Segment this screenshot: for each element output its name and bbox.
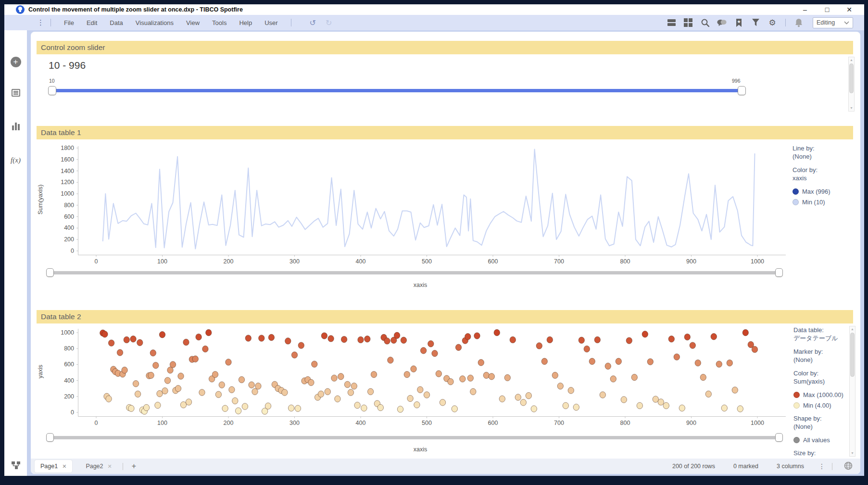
scroll-down-icon[interactable]: ▼ (850, 450, 855, 456)
row-count-status[interactable]: 200 of 200 rows (672, 463, 715, 470)
scroll-down-icon[interactable]: ▼ (849, 105, 854, 111)
chart1-zoom-slider-left-handle[interactable] (46, 268, 54, 277)
scrollbar-thumb[interactable] (849, 63, 854, 93)
menu-data[interactable]: Data (103, 19, 129, 26)
calculations-button[interactable]: f(x) (4, 156, 27, 164)
min-color-swatch (793, 402, 800, 409)
svg-text:600: 600 (64, 361, 74, 368)
data-table-icon (12, 89, 20, 97)
filter-icon[interactable] (751, 18, 760, 27)
panel-title-control-zoom-slider[interactable]: Control zoom slider (37, 41, 853, 54)
line-chart-legend: Line by: (None) Color by: xaxis Max (996… (793, 144, 830, 206)
chart2-zoom-slider-track[interactable] (52, 436, 779, 439)
menu-help[interactable]: Help (233, 19, 258, 26)
page-tab-2[interactable]: Page2 ✕ (80, 460, 117, 473)
scroll-up-icon[interactable]: ▲ (850, 326, 855, 332)
control-slider-left-handle[interactable] (48, 86, 56, 95)
search-icon[interactable] (700, 18, 710, 27)
min-color-swatch (793, 199, 799, 205)
scatter-x-axis-title[interactable]: xaxis (391, 446, 449, 453)
undo-icon[interactable]: ↺ (310, 18, 316, 27)
chart2-zoom-slider-right-handle[interactable] (775, 433, 783, 442)
data-panel-button[interactable] (4, 89, 27, 97)
line-chart-svg[interactable]: 0200400600800100012001400160018000100200… (43, 142, 793, 268)
legend-line-by-label: Line by: (793, 144, 830, 152)
legend-color-by-value[interactable]: Sum(yaxis) (793, 377, 843, 386)
control-slider-right-handle[interactable] (738, 86, 746, 95)
menu-edit[interactable]: Edit (80, 19, 103, 26)
slider-min-label: 10 (49, 78, 55, 84)
svg-text:1800: 1800 (61, 145, 74, 151)
legend-color-by-value[interactable]: xaxis (793, 174, 830, 182)
minimize-icon[interactable]: – (794, 4, 816, 15)
menu-view[interactable]: View (180, 19, 206, 26)
scrollbar-thumb[interactable] (850, 333, 855, 377)
globe-icon[interactable] (844, 461, 853, 472)
legend-marker-by-value[interactable]: (None) (793, 356, 843, 364)
tiles-layout-icon[interactable] (683, 18, 693, 27)
max-color-swatch (793, 392, 800, 398)
legend-size-by-label: Size by: (793, 449, 843, 457)
line-chart-y-axis-title[interactable]: Sum(yaxis) (37, 171, 44, 228)
statusbar-divider (832, 463, 832, 470)
redo-icon[interactable]: ↻ (326, 18, 332, 27)
bell-icon[interactable] (794, 18, 804, 27)
rows-layout-icon[interactable] (667, 18, 676, 27)
legend-shape-by-label: Shape by: (793, 414, 843, 423)
app-window: Control the movement of multiple zoom sl… (4, 4, 864, 476)
scroll-up-icon[interactable]: ▲ (849, 57, 854, 63)
legend-max-item[interactable]: Max (996) (793, 187, 830, 196)
svg-text:300: 300 (289, 258, 300, 265)
marked-count-status[interactable]: 0 marked (733, 463, 758, 470)
kebab-menu-icon[interactable]: ⋮ (37, 18, 44, 27)
legend-max-item[interactable]: Max (1000.00) (793, 391, 843, 399)
window-title: Control the movement of multiple zoom sl… (28, 6, 243, 13)
close-tab-icon[interactable]: ✕ (62, 463, 66, 470)
add-page-icon[interactable]: + (132, 462, 136, 471)
close-icon[interactable]: ✕ (838, 4, 860, 15)
mode-dropdown[interactable]: Editing (813, 17, 853, 28)
svg-text:1000: 1000 (61, 190, 74, 197)
panel1-vertical-scrollbar[interactable]: ▲ ▼ (848, 57, 855, 112)
legend-all-values-item[interactable]: All values (793, 436, 843, 444)
line-chart-x-axis-title[interactable]: xaxis (391, 282, 449, 288)
menu-file[interactable]: File (58, 19, 80, 26)
control-range-slider-track[interactable] (52, 89, 742, 92)
menu-visualizations[interactable]: Visualizations (129, 19, 180, 26)
column-count-status[interactable]: 3 columns (777, 463, 804, 470)
page-tab-1[interactable]: Page1 ✕ (35, 460, 72, 473)
legend-line-by-value[interactable]: (None) (793, 152, 830, 161)
add-visualization-button[interactable]: + (4, 57, 27, 67)
legend-data-table-value[interactable]: データテーブル (793, 334, 843, 342)
close-tab-icon[interactable]: ✕ (108, 463, 112, 470)
svg-text:0: 0 (95, 258, 98, 265)
legend-min-item[interactable]: Min (10) (793, 198, 830, 206)
bookmark-icon[interactable]: ★ (734, 18, 743, 27)
gear-icon[interactable]: ⚙ (767, 18, 777, 27)
panel3-vertical-scrollbar[interactable]: ▲ ▼ (849, 326, 855, 457)
comments-icon[interactable] (717, 18, 727, 27)
visualization-types-button[interactable] (4, 123, 27, 130)
svg-text:1000: 1000 (751, 258, 764, 265)
scatter-chart-svg[interactable]: 0200400600800100001002003004005006007008… (43, 325, 793, 429)
svg-text:200: 200 (64, 236, 74, 243)
data-canvas-button[interactable] (4, 460, 27, 470)
legend-shape-by-value[interactable]: (None) (793, 423, 843, 431)
statusbar-kebab-icon[interactable]: ⋮ (818, 462, 825, 470)
chart1-zoom-slider-track[interactable] (52, 271, 779, 274)
scatter-y-axis-title[interactable]: yaxis (37, 343, 44, 400)
menu-user[interactable]: User (258, 19, 284, 26)
panel-title-data-table-2[interactable]: Data table 2 (37, 310, 853, 323)
svg-text:600: 600 (488, 420, 498, 426)
legend-color-by-label: Color by: (793, 166, 830, 174)
legend-min-item[interactable]: Min (4.00) (793, 401, 843, 410)
menu-tools[interactable]: Tools (206, 19, 233, 26)
svg-text:1000: 1000 (61, 329, 74, 336)
svg-text:800: 800 (620, 420, 630, 426)
chart2-zoom-slider-left-handle[interactable] (46, 433, 54, 442)
svg-text:200: 200 (224, 258, 234, 265)
chart1-zoom-slider-right-handle[interactable] (775, 268, 783, 277)
maximize-icon[interactable]: □ (816, 4, 838, 15)
left-sidebar: + f(x) (4, 30, 27, 476)
panel-title-data-table-1[interactable]: Data table 1 (37, 126, 853, 139)
